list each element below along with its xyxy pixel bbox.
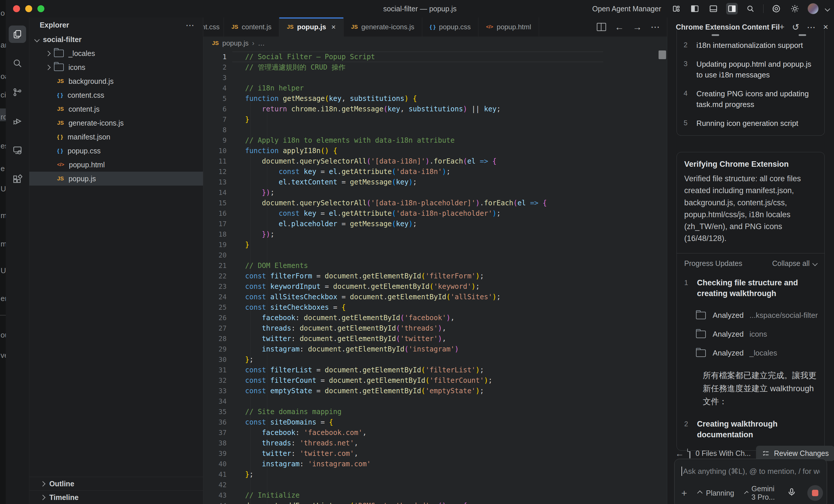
task-item-3[interactable]: 3Updating popup.html and popup.js to use… bbox=[677, 55, 825, 84]
file-row-background.js[interactable]: JSbackground.js bbox=[29, 74, 203, 88]
history-icon[interactable]: ↺ bbox=[792, 22, 799, 32]
chat-input[interactable]: Ask anything (⌘L), @ to mention, / for w… bbox=[674, 459, 827, 504]
analyzed-label: Analyzed bbox=[713, 311, 744, 320]
explorer-more-icon[interactable]: ⋯ bbox=[185, 20, 195, 30]
toggle-right-panel-icon[interactable] bbox=[726, 3, 738, 15]
background-window-text: m bbox=[1, 240, 6, 248]
tab-popup.html[interactable]: </>popup.html bbox=[479, 17, 539, 37]
browser-icon[interactable] bbox=[770, 3, 782, 15]
collapse-all-button[interactable]: Collapse all bbox=[772, 259, 817, 268]
task-item-5[interactable]: 5Running icon generation script bbox=[677, 114, 825, 133]
js-file-icon: JS bbox=[57, 175, 64, 182]
code-line-4: 4// i18n helper bbox=[203, 83, 667, 93]
breadcrumb-more: … bbox=[258, 39, 265, 47]
stop-generation-button[interactable] bbox=[807, 485, 823, 501]
file-row-_locales[interactable]: _locales bbox=[29, 46, 203, 60]
toggle-bottom-panel-icon[interactable] bbox=[707, 3, 719, 15]
editor-scrollbar[interactable] bbox=[659, 50, 666, 59]
code-line-18: 18 }); bbox=[203, 229, 667, 240]
file-row-content.css[interactable]: { }content.css bbox=[29, 88, 203, 102]
tree-root-social-filter[interactable]: social-filter bbox=[29, 32, 203, 46]
file-row-popup.js[interactable]: JSpopup.js bbox=[29, 172, 203, 185]
split-editor-icon[interactable] bbox=[597, 23, 606, 31]
code-line-33: 33const emptyState = document.getElement… bbox=[203, 386, 667, 396]
extensions-icon[interactable] bbox=[9, 171, 26, 188]
file-row-popup.html[interactable]: </>popup.html bbox=[29, 158, 203, 172]
progress-item-1[interactable]: 1Checking file structure and creating wa… bbox=[677, 273, 825, 301]
model-selector[interactable]: Gemini 3 Pro... bbox=[745, 485, 776, 501]
html-file-icon: </> bbox=[57, 162, 64, 168]
file-label: manifest.json bbox=[68, 133, 110, 141]
stop-square-icon bbox=[812, 490, 818, 496]
verify-title: Verifying Chrome Extension bbox=[684, 160, 817, 169]
task-item-2[interactable]: 2i18n internationalization support bbox=[677, 36, 825, 55]
search-icon[interactable] bbox=[9, 54, 26, 72]
code-line-11: 11 document.querySelectorAll('[data-i18n… bbox=[203, 156, 667, 167]
new-chat-icon[interactable]: + bbox=[780, 22, 785, 32]
breadcrumb-separator: › bbox=[252, 39, 254, 47]
html-file-icon: </> bbox=[486, 24, 493, 30]
avatar[interactable] bbox=[808, 3, 819, 14]
analyzed-row[interactable]: Analyzed_locales bbox=[696, 349, 825, 357]
tab-label: content.css bbox=[203, 23, 220, 31]
back-arrow-icon[interactable]: ← bbox=[675, 448, 684, 458]
search-icon[interactable] bbox=[745, 3, 756, 15]
file-row-manifest.json[interactable]: { }manifest.json bbox=[29, 130, 203, 144]
mode-selector[interactable]: Planning bbox=[698, 489, 734, 497]
task-list-card: 2i18n internationalization support3Updat… bbox=[677, 30, 825, 136]
toggle-left-panel-icon[interactable] bbox=[689, 3, 701, 15]
code-line-41: 41}; bbox=[203, 469, 667, 480]
tab-label: popup.js bbox=[297, 23, 326, 31]
tab-popup.js[interactable]: JSpopup.js× bbox=[279, 17, 343, 37]
code-line-27: 27 threads: document.getElementById('thr… bbox=[203, 323, 667, 333]
run-debug-icon[interactable] bbox=[9, 112, 26, 130]
code-line-7: 7} bbox=[203, 114, 667, 125]
window-layout-icon[interactable] bbox=[671, 3, 682, 15]
progress-number: 2 bbox=[684, 419, 691, 441]
breadcrumb[interactable]: JS popup.js › … bbox=[203, 37, 667, 50]
source-control-icon[interactable] bbox=[9, 84, 26, 101]
application-window: oaroaciroeseUmmUerouve social-filter — p… bbox=[0, 0, 834, 504]
analyzed-row[interactable]: Analyzed...kspace/social-filter bbox=[696, 311, 825, 320]
css-file-icon: { } bbox=[57, 148, 63, 154]
tab-generate-icons.js[interactable]: JSgenerate-icons.js bbox=[344, 17, 422, 37]
forward-icon[interactable]: → bbox=[633, 22, 642, 32]
open-agent-manager-label[interactable]: Open Agent Manager bbox=[592, 5, 661, 13]
explorer-icon[interactable] bbox=[9, 25, 26, 43]
tab-content.css[interactable]: content.css bbox=[203, 17, 224, 37]
code-line-14: 14 }); bbox=[203, 187, 667, 198]
sidebar-section-outline[interactable]: Outline bbox=[29, 477, 203, 490]
progress-item-2[interactable]: 2Creating walkthrough documentation bbox=[677, 411, 825, 451]
analyzed-row[interactable]: Analyzedicons bbox=[696, 330, 825, 339]
close-tab-icon[interactable]: × bbox=[331, 23, 336, 31]
back-icon[interactable]: ← bbox=[615, 22, 624, 32]
file-row-icons[interactable]: icons bbox=[29, 60, 203, 74]
code-line-24: 24const allSitesCheckbox = document.getE… bbox=[203, 292, 667, 302]
task-title: Running icon generation script bbox=[697, 118, 798, 129]
file-row-popup.css[interactable]: { }popup.css bbox=[29, 144, 203, 158]
attach-plus-button[interactable]: + bbox=[681, 487, 687, 499]
file-row-content.js[interactable]: JScontent.js bbox=[29, 102, 203, 116]
folder-icon bbox=[54, 64, 64, 71]
more-actions-icon[interactable]: ⋯ bbox=[651, 21, 660, 32]
file-label: content.js bbox=[68, 105, 100, 113]
tab-content.js[interactable]: JScontent.js bbox=[224, 17, 279, 37]
remote-explorer-icon[interactable] bbox=[9, 141, 26, 159]
code-editor[interactable]: 1// Social Filter — Popup Script2// 管理過濾… bbox=[203, 50, 667, 504]
microphone-icon[interactable] bbox=[787, 487, 796, 499]
sidebar-section-timeline[interactable]: Timeline bbox=[29, 490, 203, 504]
code-line-16: 16 const key = el.getAttribute('data-i18… bbox=[203, 208, 667, 219]
analyzed-target: icons bbox=[750, 330, 767, 339]
close-icon[interactable]: × bbox=[823, 22, 828, 32]
background-window-text: e bbox=[1, 164, 5, 173]
minimap[interactable] bbox=[604, 51, 657, 328]
task-item-4[interactable]: 4Creating PNG icons and updating task.md… bbox=[677, 84, 825, 114]
file-row-generate-icons.js[interactable]: JSgenerate-icons.js bbox=[29, 116, 203, 130]
more-icon[interactable]: ⋯ bbox=[807, 22, 815, 32]
explorer-sidebar: Explorer ⋯ social-filter _localesiconsJS… bbox=[29, 17, 203, 504]
settings-gear-icon[interactable] bbox=[789, 3, 800, 15]
chevron-down-icon[interactable] bbox=[825, 6, 830, 11]
code-line-31: 31const filterList = document.getElement… bbox=[203, 365, 667, 375]
divider bbox=[0, 315, 6, 315]
tab-popup.css[interactable]: { }popup.css bbox=[422, 17, 479, 37]
